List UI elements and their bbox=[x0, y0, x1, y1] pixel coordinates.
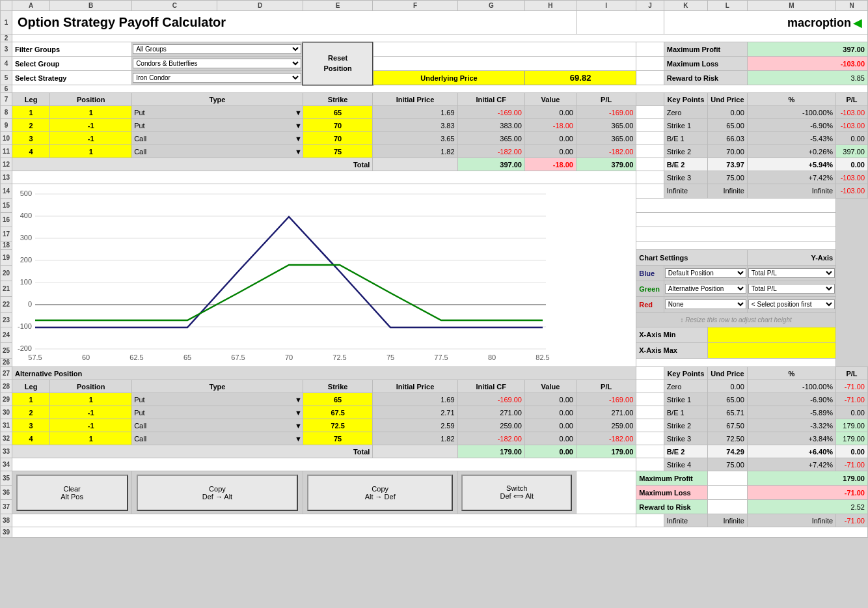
row-16: 16 bbox=[1, 212, 12, 227]
alt-kp-1-label: Strike 1 bbox=[664, 393, 707, 406]
alt-leg-row-1: 29 1 1 Put ▼ 65 1.69 -169.00 0.00 -169.0… bbox=[1, 393, 868, 406]
filter-groups-select[interactable]: All Groups bbox=[133, 44, 301, 54]
max-profit-label: Maximum Profit bbox=[664, 42, 747, 57]
alt-legs-header-type: Type bbox=[132, 380, 303, 393]
leg-4-type-dropdown[interactable]: ▼ bbox=[295, 148, 302, 156]
alt-leg-2-strike[interactable]: 67.5 bbox=[303, 406, 373, 419]
leg-4-init-cf: -182.00 bbox=[457, 145, 524, 158]
alt-legs-header-init-price: Initial Price bbox=[373, 380, 457, 393]
kp-5-und: 73.97 bbox=[707, 158, 747, 171]
alt-leg-3-init-price[interactable]: 2.59 bbox=[373, 419, 457, 432]
leg-1-strike[interactable]: 65 bbox=[303, 106, 373, 119]
clear-alt-pos-button[interactable]: ClearAlt Pos bbox=[16, 475, 128, 511]
alt-leg-1-pos[interactable]: 1 bbox=[50, 393, 132, 406]
blue-line-select[interactable]: Default Position bbox=[665, 268, 746, 278]
copy-alt-def-button[interactable]: CopyAlt → Def bbox=[307, 475, 452, 511]
copy-def-alt-button[interactable]: CopyDef → Alt bbox=[137, 475, 297, 511]
alt-leg-2-init-cf: 271.00 bbox=[457, 406, 524, 419]
row-39: 39 bbox=[1, 527, 12, 538]
leg-row-2: 9 2 -1 Put ▼ 70 3.83 383.00 -18.00 365.0… bbox=[1, 119, 868, 132]
select-strategy-select[interactable]: Iron Condor bbox=[133, 73, 301, 83]
leg-1-type-dropdown[interactable]: ▼ bbox=[295, 109, 302, 117]
alt-kp-1-pct: -6.90% bbox=[747, 393, 835, 406]
leg-3-strike[interactable]: 70 bbox=[303, 132, 373, 145]
alt-leg-3-type-dropdown[interactable]: ▼ bbox=[295, 422, 302, 430]
alt-leg-4-init-price[interactable]: 1.82 bbox=[373, 432, 457, 445]
leg-3-init-price[interactable]: 3.65 bbox=[373, 132, 457, 145]
green-line-select[interactable]: Alternative Position bbox=[665, 284, 746, 294]
legs-header-pl: P/L bbox=[576, 93, 636, 106]
row-18: 18 bbox=[1, 241, 12, 249]
alt-leg-4-type-dropdown[interactable]: ▼ bbox=[295, 435, 302, 443]
red-right-select[interactable]: < Select position first bbox=[748, 299, 835, 309]
leg-4-pos[interactable]: 1 bbox=[50, 145, 132, 158]
leg-2-strike[interactable]: 70 bbox=[303, 119, 373, 132]
alt-leg-3-value: 0.00 bbox=[524, 419, 576, 432]
alt-leg-2-pos[interactable]: -1 bbox=[50, 406, 132, 419]
leg-1-pos[interactable]: 1 bbox=[50, 106, 132, 119]
green-right-select[interactable]: Total P/L bbox=[748, 284, 835, 294]
leg-1-pl: -169.00 bbox=[576, 106, 636, 119]
alt-leg-1-init-price[interactable]: 1.69 bbox=[373, 393, 457, 406]
alt-kp-3-pl: 179.00 bbox=[836, 419, 868, 432]
underlying-price-value[interactable]: 69.82 bbox=[524, 71, 636, 85]
leg-3-type-dropdown[interactable]: ▼ bbox=[295, 135, 302, 143]
x-axis-min-value[interactable] bbox=[707, 327, 835, 342]
select-group-select[interactable]: Condors & Butterflies bbox=[133, 59, 301, 68]
leg-4-init-price[interactable]: 1.82 bbox=[373, 145, 457, 158]
reset-position-button[interactable]: ResetPosition bbox=[303, 42, 373, 85]
alt-leg-3-pos[interactable]: -1 bbox=[50, 419, 132, 432]
corner-cell bbox=[1, 1, 12, 11]
legs-header-pos: Position bbox=[50, 93, 132, 106]
alt-kp-header-und-price: Und Price bbox=[707, 367, 747, 380]
alt-kp-1-pl: -71.00 bbox=[836, 393, 868, 406]
alt-leg-4-strike[interactable]: 75 bbox=[303, 432, 373, 445]
svg-text:-100: -100 bbox=[18, 322, 32, 330]
leg-2-pl: 365.00 bbox=[576, 119, 636, 132]
x-axis-max-value[interactable] bbox=[707, 342, 835, 358]
leg-1-init-price[interactable]: 1.69 bbox=[373, 106, 457, 119]
alt-kp-0-label: Zero bbox=[664, 380, 707, 393]
leg-2-init-price[interactable]: 3.83 bbox=[373, 119, 457, 132]
alt-leg-2-init-price[interactable]: 2.71 bbox=[373, 406, 457, 419]
col-l: L bbox=[707, 1, 747, 11]
blue-right-select[interactable]: Total P/L bbox=[748, 268, 835, 278]
logo-icon: ◀ bbox=[853, 16, 862, 29]
col-k: K bbox=[664, 1, 707, 11]
leg-3-pos[interactable]: -1 bbox=[50, 132, 132, 145]
alt-leg-1-strike[interactable]: 65 bbox=[303, 393, 373, 406]
kp-3-pct: -5.43% bbox=[747, 132, 835, 145]
kp-1-pct: -100.00% bbox=[747, 106, 835, 119]
total-pl: 379.00 bbox=[576, 158, 636, 171]
row-17: 17 bbox=[1, 227, 12, 241]
alt-max-loss-label: Maximum Loss bbox=[636, 486, 708, 500]
leg-2-pos[interactable]: -1 bbox=[50, 119, 132, 132]
alt-leg-2-type-dropdown[interactable]: ▼ bbox=[295, 409, 302, 417]
alt-leg-1-value: 0.00 bbox=[524, 393, 576, 406]
kp-3-pl: 0.00 bbox=[836, 132, 868, 145]
switch-def-alt-button[interactable]: SwitchDef ⟺ Alt bbox=[461, 475, 572, 511]
svg-text:82.5: 82.5 bbox=[536, 353, 549, 361]
alt-kp-header-pl: P/L bbox=[836, 367, 868, 380]
leg-row-3: 10 3 -1 Call ▼ 70 3.65 365.00 0.00 365.0… bbox=[1, 132, 868, 145]
leg-2-type-dropdown[interactable]: ▼ bbox=[295, 122, 302, 130]
alt-leg-3-strike[interactable]: 72.5 bbox=[303, 419, 373, 432]
alt-kp-4-pl: 179.00 bbox=[836, 432, 868, 445]
alt-leg-4-pos[interactable]: 1 bbox=[50, 432, 132, 445]
alt-kp-6-pct: +7.42% bbox=[747, 458, 835, 471]
alt-leg-3-pl: 259.00 bbox=[576, 419, 636, 432]
leg-4-strike[interactable]: 75 bbox=[303, 145, 373, 158]
alt-leg-1-type-dropdown[interactable]: ▼ bbox=[295, 396, 302, 404]
kp-1-pl: -103.00 bbox=[836, 106, 868, 119]
red-line-select[interactable]: None bbox=[665, 299, 746, 309]
row-27: 27 bbox=[1, 367, 12, 380]
svg-text:0: 0 bbox=[28, 300, 32, 308]
kp-header-key-points: Key Points bbox=[664, 93, 707, 106]
alt-legs-header-strike: Strike bbox=[303, 380, 373, 393]
alt-leg-4-value: 0.00 bbox=[524, 432, 576, 445]
alt-kp-5-pl: 0.00 bbox=[836, 445, 868, 458]
leg-3-value: 0.00 bbox=[524, 132, 576, 145]
alt-leg-4-num: 4 bbox=[12, 432, 50, 445]
x-axis-min-label: X-Axis Min bbox=[636, 327, 708, 342]
reward-risk-label: Reward to Risk bbox=[664, 71, 747, 85]
